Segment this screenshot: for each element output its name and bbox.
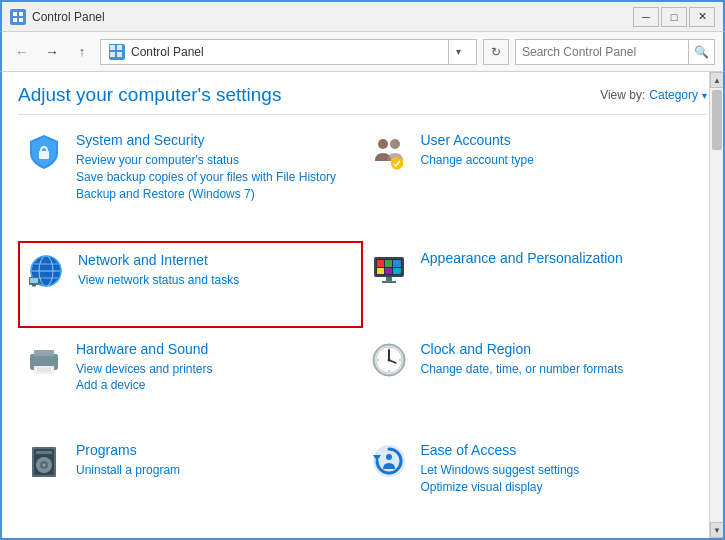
ease-of-access-link1[interactable]: Let Windows suggest settings	[421, 462, 702, 479]
svg-rect-33	[34, 350, 54, 356]
svg-point-44	[387, 358, 390, 361]
ease-of-access-icon	[369, 441, 409, 481]
user-accounts-link1[interactable]: Change account type	[421, 152, 702, 169]
hardware-sound-link1[interactable]: View devices and printers	[76, 361, 357, 378]
hardware-sound-link2[interactable]: Add a device	[76, 377, 357, 394]
svg-rect-6	[110, 45, 115, 50]
content-header: Adjust your computer's settings View by:…	[2, 72, 723, 114]
clock-region-desc: Change date, time, or number formats	[421, 361, 702, 378]
ease-of-access-desc: Let Windows suggest settings Optimize vi…	[421, 462, 702, 496]
category-clock-region[interactable]: Clock and Region Change date, time, or n…	[363, 332, 708, 429]
address-dropdown-button[interactable]: ▾	[448, 39, 468, 65]
ease-of-access-link2[interactable]: Optimize visual display	[421, 479, 702, 496]
up-button[interactable]: ↑	[70, 40, 94, 64]
svg-rect-26	[393, 260, 401, 267]
search-button[interactable]: 🔍	[688, 39, 714, 65]
system-security-desc: Review your computer's status Save backu…	[76, 152, 357, 202]
programs-link1[interactable]: Uninstall a program	[76, 462, 357, 479]
system-security-text: System and Security Review your computer…	[76, 131, 357, 203]
user-accounts-icon	[369, 131, 409, 171]
window-controls: ─ □ ✕	[633, 7, 715, 27]
back-button[interactable]: ←	[10, 40, 34, 64]
system-security-icon	[24, 131, 64, 171]
scrollbar[interactable]: ▲ ▼	[709, 72, 723, 538]
page-title: Adjust your computer's settings	[18, 84, 281, 106]
user-accounts-title[interactable]: User Accounts	[421, 131, 702, 149]
system-security-link1[interactable]: Review your computer's status	[76, 152, 357, 169]
category-ease-of-access[interactable]: Ease of Access Let Windows suggest setti…	[363, 433, 708, 530]
svg-rect-7	[117, 45, 122, 50]
category-system-security[interactable]: System and Security Review your computer…	[18, 123, 363, 237]
appearance-title[interactable]: Appearance and Personalization	[421, 249, 702, 267]
svg-point-53	[43, 463, 46, 466]
user-accounts-desc: Change account type	[421, 152, 702, 169]
hardware-sound-text: Hardware and Sound View devices and prin…	[76, 340, 357, 395]
system-security-link2[interactable]: Save backup copies of your files with Fi…	[76, 169, 357, 186]
ease-of-access-title[interactable]: Ease of Access	[421, 441, 702, 459]
svg-rect-30	[386, 277, 392, 281]
address-bar: ← → ↑ Control Panel ▾ ↻ 🔍	[0, 32, 725, 72]
svg-point-36	[52, 358, 56, 362]
category-network-internet[interactable]: Network and Internet View network status…	[18, 241, 363, 327]
ease-of-access-text: Ease of Access Let Windows suggest setti…	[421, 441, 702, 496]
maximize-button[interactable]: □	[661, 7, 687, 27]
category-programs[interactable]: Programs Uninstall a program	[18, 433, 363, 530]
network-internet-title[interactable]: Network and Internet	[78, 251, 355, 269]
address-text: Control Panel	[131, 45, 442, 59]
svg-rect-27	[377, 268, 384, 274]
category-appearance[interactable]: Appearance and Personalization	[363, 241, 708, 327]
view-by-control: View by: Category ▾	[600, 88, 707, 102]
network-internet-icon	[26, 251, 66, 291]
view-by-arrow-icon[interactable]: ▾	[702, 90, 707, 101]
svg-rect-25	[385, 260, 392, 267]
window-title: Control Panel	[32, 10, 633, 24]
scroll-down-button[interactable]: ▼	[710, 522, 724, 538]
hardware-sound-desc: View devices and printers Add a device	[76, 361, 357, 395]
appearance-icon	[369, 249, 409, 289]
clock-region-icon	[369, 340, 409, 380]
svg-point-11	[378, 139, 388, 149]
title-bar: Control Panel ─ □ ✕	[0, 0, 725, 32]
svg-rect-10	[39, 151, 49, 159]
hardware-sound-title[interactable]: Hardware and Sound	[76, 340, 357, 358]
svg-point-57	[386, 454, 392, 460]
user-accounts-text: User Accounts Change account type	[421, 131, 702, 169]
main-content: Adjust your computer's settings View by:…	[0, 72, 725, 540]
svg-rect-2	[19, 12, 23, 16]
scroll-thumb[interactable]	[712, 90, 722, 150]
category-user-accounts[interactable]: User Accounts Change account type	[363, 123, 708, 237]
appearance-text: Appearance and Personalization	[421, 249, 702, 270]
svg-rect-54	[36, 451, 52, 454]
search-box: 🔍	[515, 39, 715, 65]
svg-rect-29	[393, 268, 401, 274]
scroll-up-button[interactable]: ▲	[710, 72, 724, 88]
address-field: Control Panel ▾	[100, 39, 477, 65]
minimize-button[interactable]: ─	[633, 7, 659, 27]
view-by-value[interactable]: Category	[649, 88, 698, 102]
category-hardware-sound[interactable]: Hardware and Sound View devices and prin…	[18, 332, 363, 429]
svg-point-12	[390, 139, 400, 149]
clock-region-title[interactable]: Clock and Region	[421, 340, 702, 358]
svg-rect-4	[19, 18, 23, 22]
clock-region-link1[interactable]: Change date, time, or number formats	[421, 361, 702, 378]
hardware-sound-icon	[24, 340, 64, 380]
svg-rect-31	[382, 281, 396, 283]
categories-grid: System and Security Review your computer…	[2, 115, 723, 538]
svg-rect-9	[117, 52, 122, 57]
svg-rect-20	[30, 278, 38, 283]
network-internet-text: Network and Internet View network status…	[78, 251, 355, 289]
clock-region-text: Clock and Region Change date, time, or n…	[421, 340, 702, 378]
search-input[interactable]	[516, 45, 688, 59]
network-internet-desc: View network status and tasks	[78, 272, 355, 289]
network-internet-link1[interactable]: View network status and tasks	[78, 272, 355, 289]
svg-rect-28	[385, 268, 392, 274]
system-security-link3[interactable]: Backup and Restore (Windows 7)	[76, 186, 357, 203]
programs-icon	[24, 441, 64, 481]
programs-title[interactable]: Programs	[76, 441, 357, 459]
system-security-title[interactable]: System and Security	[76, 131, 357, 149]
refresh-button[interactable]: ↻	[483, 39, 509, 65]
close-button[interactable]: ✕	[689, 7, 715, 27]
view-by-label: View by:	[600, 88, 645, 102]
programs-desc: Uninstall a program	[76, 462, 357, 479]
forward-button[interactable]: →	[40, 40, 64, 64]
